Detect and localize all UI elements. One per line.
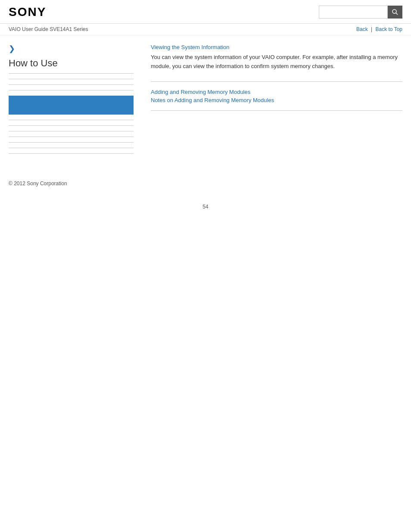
sidebar-divider-8 xyxy=(9,142,134,143)
search-button[interactable] xyxy=(388,6,402,19)
sony-logo: SONY xyxy=(9,5,46,19)
sidebar-divider-2 xyxy=(9,84,134,85)
sidebar: ❯ How to Use xyxy=(9,44,142,159)
nav-bar: VAIO User Guide SVE14A1 Series Back | Ba… xyxy=(0,24,411,35)
search-container xyxy=(319,6,402,19)
links-section: Adding and Removing Memory Modules Notes… xyxy=(151,89,402,103)
svg-line-1 xyxy=(396,13,398,15)
sidebar-divider-10 xyxy=(9,153,134,154)
sidebar-divider-4 xyxy=(9,120,134,120)
search-icon xyxy=(392,9,399,16)
sidebar-divider-3 xyxy=(9,90,134,90)
sidebar-title: How to Use xyxy=(9,58,134,74)
back-to-top-link[interactable]: Back to Top xyxy=(376,26,402,32)
section1-description: You can view the system information of y… xyxy=(151,53,402,71)
nav-separator: | xyxy=(371,26,372,32)
chevron-icon: ❯ xyxy=(9,44,134,53)
sidebar-divider-6 xyxy=(9,131,134,131)
back-link[interactable]: Back xyxy=(356,26,368,32)
sidebar-divider-5 xyxy=(9,125,134,126)
page-number: 54 xyxy=(0,195,411,214)
copyright: © 2012 Sony Corporation xyxy=(9,180,67,187)
search-input[interactable] xyxy=(319,6,388,19)
header: SONY xyxy=(0,0,411,24)
content-area: Viewing the System Information You can v… xyxy=(142,44,402,159)
content-section-1: Viewing the System Information You can v… xyxy=(151,44,402,71)
content-divider-2 xyxy=(151,110,402,111)
nav-links: Back | Back to Top xyxy=(356,26,402,32)
adding-removing-modules-link[interactable]: Adding and Removing Memory Modules xyxy=(151,89,402,95)
breadcrumb: VAIO User Guide SVE14A1 Series xyxy=(9,26,88,32)
content-divider xyxy=(151,81,402,82)
svg-point-0 xyxy=(392,9,396,13)
notes-on-modules-link[interactable]: Notes on Adding and Removing Memory Modu… xyxy=(151,97,402,103)
sidebar-highlight xyxy=(9,96,134,115)
sidebar-divider-1 xyxy=(9,79,134,79)
viewing-system-info-link[interactable]: Viewing the System Information xyxy=(151,44,230,50)
main-content: ❯ How to Use Viewing the System Informat… xyxy=(0,35,411,168)
sidebar-divider-9 xyxy=(9,148,134,148)
sidebar-divider-7 xyxy=(9,137,134,137)
footer: © 2012 Sony Corporation xyxy=(0,168,411,195)
